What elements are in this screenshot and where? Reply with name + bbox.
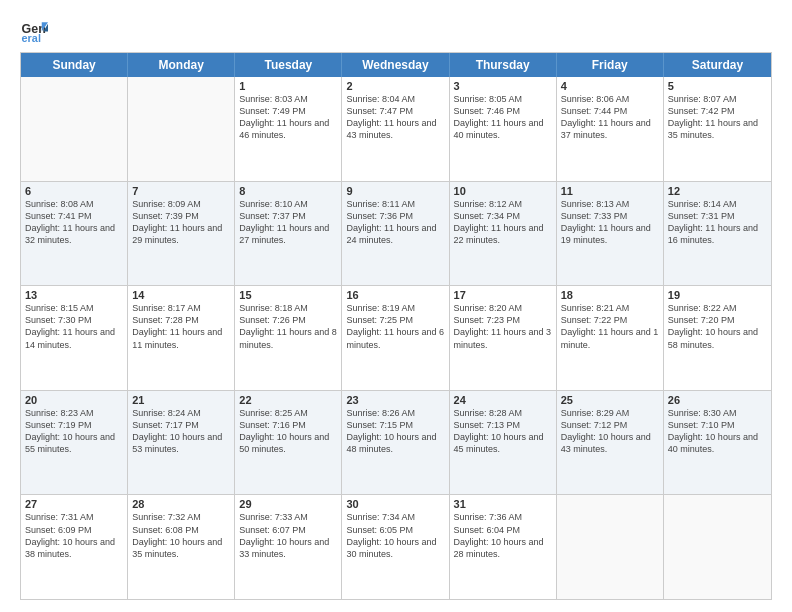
day-info: Sunrise: 8:04 AMSunset: 7:47 PMDaylight:… bbox=[346, 93, 444, 142]
day-number: 23 bbox=[346, 394, 444, 406]
day-info: Sunrise: 8:18 AMSunset: 7:26 PMDaylight:… bbox=[239, 302, 337, 351]
calendar-row-3: 20Sunrise: 8:23 AMSunset: 7:19 PMDayligh… bbox=[21, 390, 771, 495]
day-info: Sunrise: 8:05 AMSunset: 7:46 PMDaylight:… bbox=[454, 93, 552, 142]
day-info: Sunrise: 8:07 AMSunset: 7:42 PMDaylight:… bbox=[668, 93, 767, 142]
calendar-cell: 28Sunrise: 7:32 AMSunset: 6:08 PMDayligh… bbox=[128, 495, 235, 599]
day-info: Sunrise: 7:36 AMSunset: 6:04 PMDaylight:… bbox=[454, 511, 552, 560]
day-number: 10 bbox=[454, 185, 552, 197]
day-info: Sunrise: 8:06 AMSunset: 7:44 PMDaylight:… bbox=[561, 93, 659, 142]
day-info: Sunrise: 8:28 AMSunset: 7:13 PMDaylight:… bbox=[454, 407, 552, 456]
calendar-cell: 14Sunrise: 8:17 AMSunset: 7:28 PMDayligh… bbox=[128, 286, 235, 390]
calendar-cell: 3Sunrise: 8:05 AMSunset: 7:46 PMDaylight… bbox=[450, 77, 557, 181]
calendar-cell: 26Sunrise: 8:30 AMSunset: 7:10 PMDayligh… bbox=[664, 391, 771, 495]
header-cell-monday: Monday bbox=[128, 53, 235, 77]
calendar-cell: 18Sunrise: 8:21 AMSunset: 7:22 PMDayligh… bbox=[557, 286, 664, 390]
day-number: 14 bbox=[132, 289, 230, 301]
day-info: Sunrise: 8:09 AMSunset: 7:39 PMDaylight:… bbox=[132, 198, 230, 247]
day-number: 17 bbox=[454, 289, 552, 301]
day-number: 9 bbox=[346, 185, 444, 197]
day-info: Sunrise: 7:33 AMSunset: 6:07 PMDaylight:… bbox=[239, 511, 337, 560]
header-cell-saturday: Saturday bbox=[664, 53, 771, 77]
day-info: Sunrise: 7:32 AMSunset: 6:08 PMDaylight:… bbox=[132, 511, 230, 560]
header-cell-thursday: Thursday bbox=[450, 53, 557, 77]
day-number: 30 bbox=[346, 498, 444, 510]
svg-text:eral: eral bbox=[22, 32, 41, 44]
day-number: 8 bbox=[239, 185, 337, 197]
day-info: Sunrise: 8:13 AMSunset: 7:33 PMDaylight:… bbox=[561, 198, 659, 247]
calendar-cell: 29Sunrise: 7:33 AMSunset: 6:07 PMDayligh… bbox=[235, 495, 342, 599]
day-info: Sunrise: 7:31 AMSunset: 6:09 PMDaylight:… bbox=[25, 511, 123, 560]
day-number: 1 bbox=[239, 80, 337, 92]
calendar-cell: 24Sunrise: 8:28 AMSunset: 7:13 PMDayligh… bbox=[450, 391, 557, 495]
header-cell-sunday: Sunday bbox=[21, 53, 128, 77]
day-info: Sunrise: 7:34 AMSunset: 6:05 PMDaylight:… bbox=[346, 511, 444, 560]
calendar-cell: 21Sunrise: 8:24 AMSunset: 7:17 PMDayligh… bbox=[128, 391, 235, 495]
day-number: 6 bbox=[25, 185, 123, 197]
day-info: Sunrise: 8:20 AMSunset: 7:23 PMDaylight:… bbox=[454, 302, 552, 351]
day-info: Sunrise: 8:24 AMSunset: 7:17 PMDaylight:… bbox=[132, 407, 230, 456]
calendar-row-1: 6Sunrise: 8:08 AMSunset: 7:41 PMDaylight… bbox=[21, 181, 771, 286]
day-number: 28 bbox=[132, 498, 230, 510]
day-info: Sunrise: 8:12 AMSunset: 7:34 PMDaylight:… bbox=[454, 198, 552, 247]
calendar-header: SundayMondayTuesdayWednesdayThursdayFrid… bbox=[21, 53, 771, 77]
header-cell-wednesday: Wednesday bbox=[342, 53, 449, 77]
calendar-cell: 7Sunrise: 8:09 AMSunset: 7:39 PMDaylight… bbox=[128, 182, 235, 286]
day-info: Sunrise: 8:14 AMSunset: 7:31 PMDaylight:… bbox=[668, 198, 767, 247]
day-number: 12 bbox=[668, 185, 767, 197]
calendar-row-2: 13Sunrise: 8:15 AMSunset: 7:30 PMDayligh… bbox=[21, 285, 771, 390]
calendar-cell: 6Sunrise: 8:08 AMSunset: 7:41 PMDaylight… bbox=[21, 182, 128, 286]
calendar-cell: 19Sunrise: 8:22 AMSunset: 7:20 PMDayligh… bbox=[664, 286, 771, 390]
day-number: 3 bbox=[454, 80, 552, 92]
day-number: 27 bbox=[25, 498, 123, 510]
day-info: Sunrise: 8:10 AMSunset: 7:37 PMDaylight:… bbox=[239, 198, 337, 247]
day-info: Sunrise: 8:19 AMSunset: 7:25 PMDaylight:… bbox=[346, 302, 444, 351]
calendar-cell: 20Sunrise: 8:23 AMSunset: 7:19 PMDayligh… bbox=[21, 391, 128, 495]
day-number: 25 bbox=[561, 394, 659, 406]
calendar-cell: 11Sunrise: 8:13 AMSunset: 7:33 PMDayligh… bbox=[557, 182, 664, 286]
calendar-cell: 27Sunrise: 7:31 AMSunset: 6:09 PMDayligh… bbox=[21, 495, 128, 599]
calendar-cell: 10Sunrise: 8:12 AMSunset: 7:34 PMDayligh… bbox=[450, 182, 557, 286]
day-number: 13 bbox=[25, 289, 123, 301]
day-info: Sunrise: 8:23 AMSunset: 7:19 PMDaylight:… bbox=[25, 407, 123, 456]
day-number: 19 bbox=[668, 289, 767, 301]
calendar-body: 1Sunrise: 8:03 AMSunset: 7:49 PMDaylight… bbox=[21, 77, 771, 599]
day-number: 20 bbox=[25, 394, 123, 406]
day-number: 11 bbox=[561, 185, 659, 197]
day-number: 15 bbox=[239, 289, 337, 301]
calendar-cell: 22Sunrise: 8:25 AMSunset: 7:16 PMDayligh… bbox=[235, 391, 342, 495]
calendar-cell: 15Sunrise: 8:18 AMSunset: 7:26 PMDayligh… bbox=[235, 286, 342, 390]
day-number: 24 bbox=[454, 394, 552, 406]
day-number: 29 bbox=[239, 498, 337, 510]
header-cell-tuesday: Tuesday bbox=[235, 53, 342, 77]
day-number: 22 bbox=[239, 394, 337, 406]
day-info: Sunrise: 8:22 AMSunset: 7:20 PMDaylight:… bbox=[668, 302, 767, 351]
calendar-cell: 8Sunrise: 8:10 AMSunset: 7:37 PMDaylight… bbox=[235, 182, 342, 286]
day-info: Sunrise: 8:25 AMSunset: 7:16 PMDaylight:… bbox=[239, 407, 337, 456]
calendar-cell: 25Sunrise: 8:29 AMSunset: 7:12 PMDayligh… bbox=[557, 391, 664, 495]
day-number: 7 bbox=[132, 185, 230, 197]
day-number: 18 bbox=[561, 289, 659, 301]
calendar-cell bbox=[557, 495, 664, 599]
calendar-cell: 31Sunrise: 7:36 AMSunset: 6:04 PMDayligh… bbox=[450, 495, 557, 599]
day-info: Sunrise: 8:26 AMSunset: 7:15 PMDaylight:… bbox=[346, 407, 444, 456]
logo: Gen eral bbox=[20, 16, 52, 44]
day-info: Sunrise: 8:17 AMSunset: 7:28 PMDaylight:… bbox=[132, 302, 230, 351]
day-number: 21 bbox=[132, 394, 230, 406]
calendar-cell bbox=[128, 77, 235, 181]
day-info: Sunrise: 8:30 AMSunset: 7:10 PMDaylight:… bbox=[668, 407, 767, 456]
day-info: Sunrise: 8:08 AMSunset: 7:41 PMDaylight:… bbox=[25, 198, 123, 247]
day-number: 26 bbox=[668, 394, 767, 406]
calendar-cell bbox=[664, 495, 771, 599]
calendar: SundayMondayTuesdayWednesdayThursdayFrid… bbox=[20, 52, 772, 600]
calendar-cell: 23Sunrise: 8:26 AMSunset: 7:15 PMDayligh… bbox=[342, 391, 449, 495]
day-info: Sunrise: 8:15 AMSunset: 7:30 PMDaylight:… bbox=[25, 302, 123, 351]
day-number: 31 bbox=[454, 498, 552, 510]
day-number: 4 bbox=[561, 80, 659, 92]
day-info: Sunrise: 8:11 AMSunset: 7:36 PMDaylight:… bbox=[346, 198, 444, 247]
calendar-row-0: 1Sunrise: 8:03 AMSunset: 7:49 PMDaylight… bbox=[21, 77, 771, 181]
calendar-cell: 12Sunrise: 8:14 AMSunset: 7:31 PMDayligh… bbox=[664, 182, 771, 286]
day-number: 16 bbox=[346, 289, 444, 301]
day-number: 5 bbox=[668, 80, 767, 92]
calendar-cell: 9Sunrise: 8:11 AMSunset: 7:36 PMDaylight… bbox=[342, 182, 449, 286]
logo-icon: Gen eral bbox=[20, 16, 48, 44]
